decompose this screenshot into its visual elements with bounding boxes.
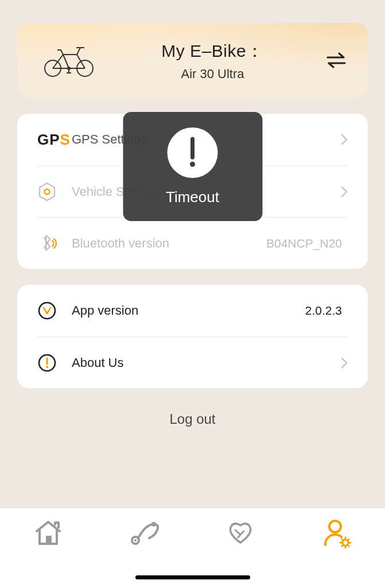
exclamation-icon: [168, 127, 218, 178]
svg-point-13: [134, 539, 137, 541]
tab-profile[interactable]: [317, 519, 357, 548]
svg-point-5: [39, 303, 55, 319]
profile-gear-icon: [322, 519, 351, 548]
bluetooth-icon: [37, 233, 72, 254]
tab-home[interactable]: [28, 519, 68, 547]
home-icon: [33, 519, 63, 547]
app-version-label: App version: [72, 303, 305, 318]
bluetooth-version-value: B04NCP_N20: [266, 237, 342, 250]
svg-line-23: [342, 545, 343, 546]
tab-routes[interactable]: [125, 519, 165, 547]
info-card: App version 2.0.2.3 About Us: [17, 285, 368, 388]
svg-point-10: [190, 161, 195, 167]
chevron-right-icon: [336, 357, 348, 369]
logout-button[interactable]: Log out: [0, 411, 385, 427]
route-icon: [129, 519, 161, 547]
svg-marker-3: [40, 183, 55, 200]
bluetooth-version-row: Bluetooth version B04NCP_N20: [37, 217, 348, 269]
svg-point-8: [46, 366, 48, 368]
device-title-block: My E–Bike： Air 30 Ultra: [103, 40, 322, 82]
info-exclaim-icon: [37, 353, 72, 373]
version-icon: [37, 301, 72, 320]
app-version-row: App version 2.0.2.3: [37, 285, 348, 336]
toast-message: Timeout: [166, 188, 219, 206]
device-model: Air 30 Ultra: [103, 67, 322, 82]
about-us-row[interactable]: About Us: [37, 336, 348, 388]
chevron-right-icon: [336, 186, 348, 198]
svg-line-22: [348, 545, 349, 546]
bluetooth-version-label: Bluetooth version: [72, 236, 266, 251]
svg-line-24: [348, 539, 349, 540]
switch-device-button[interactable]: [322, 52, 351, 69]
device-title: My E–Bike：: [103, 40, 322, 63]
svg-point-14: [151, 522, 156, 527]
tab-support[interactable]: [220, 519, 260, 547]
timeout-toast: Timeout: [123, 112, 262, 221]
svg-point-15: [329, 521, 341, 532]
home-indicator: [135, 575, 250, 579]
bike-illustration: [34, 43, 103, 78]
svg-rect-11: [46, 536, 52, 544]
gps-icon: GPS: [37, 131, 72, 149]
about-us-label: About Us: [72, 355, 336, 370]
handshake-heart-icon: [225, 519, 256, 547]
app-version-value: 2.0.2.3: [305, 304, 342, 318]
swap-icon: [326, 52, 346, 69]
chevron-right-icon: [336, 134, 348, 145]
svg-line-21: [342, 539, 343, 540]
tab-bar: [0, 508, 385, 588]
device-header-card: My E–Bike： Air 30 Ultra: [17, 23, 368, 98]
hexagon-gear-icon: [37, 182, 72, 202]
svg-point-4: [45, 189, 50, 194]
